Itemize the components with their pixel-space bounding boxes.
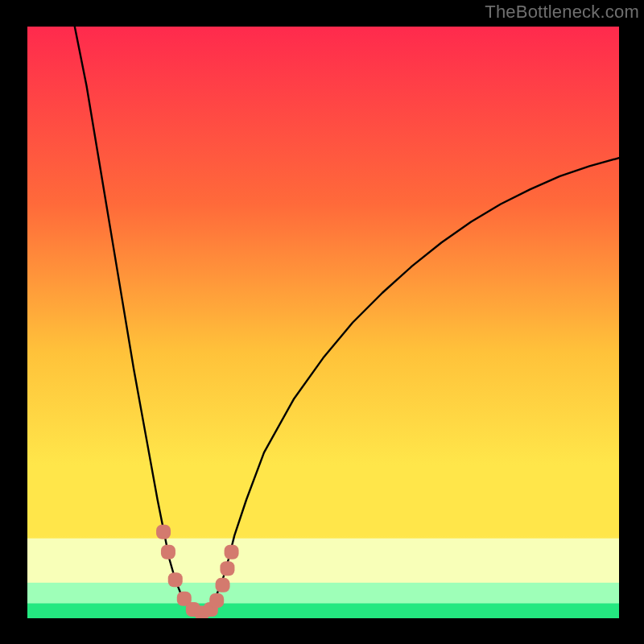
marker-point (161, 545, 175, 559)
outer-frame: TheBottleneck.com (0, 0, 644, 644)
marker-point (216, 578, 230, 592)
gradient-background (27, 27, 619, 618)
band-mint (27, 583, 619, 604)
plot-area (27, 27, 619, 618)
marker-point (220, 561, 234, 576)
watermark-text: TheBottleneck.com (485, 2, 639, 23)
marker-point (209, 593, 224, 608)
marker-point (156, 525, 171, 539)
marker-point (225, 545, 239, 559)
marker-point (168, 572, 183, 587)
band-pale-yellow (27, 539, 619, 583)
chart-svg (27, 27, 619, 618)
band-green (27, 604, 619, 618)
